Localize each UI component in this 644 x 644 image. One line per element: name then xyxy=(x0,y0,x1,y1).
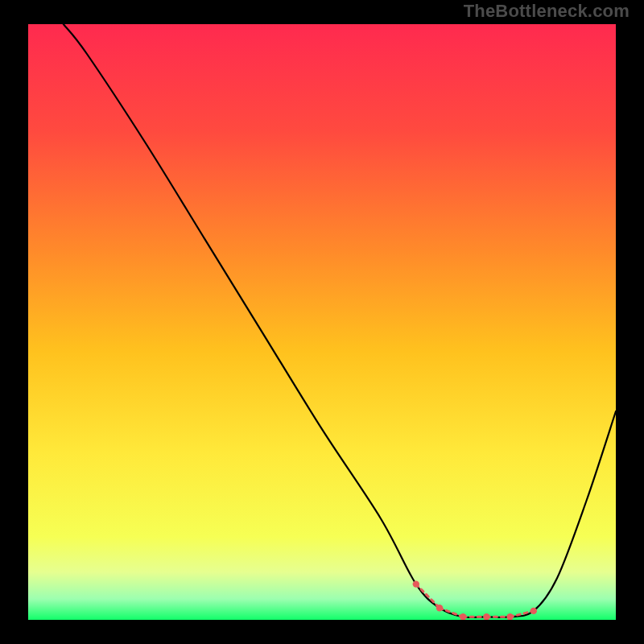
chart-svg xyxy=(28,24,616,620)
heatmap-background xyxy=(28,24,616,620)
plot-area xyxy=(28,24,616,620)
watermark-text: TheBottleneck.com xyxy=(464,1,630,22)
chart-frame: TheBottleneck.com xyxy=(0,0,644,644)
